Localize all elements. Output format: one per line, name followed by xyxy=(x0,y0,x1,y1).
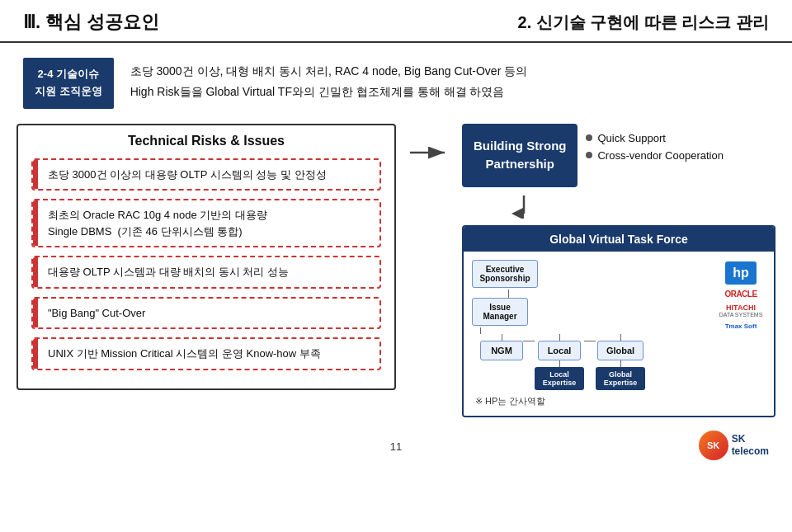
header-left-title: Ⅲ. 핵심 성공요인 xyxy=(23,10,159,35)
risk-item-2: 최초의 Oracle RAC 10g 4 node 기반의 대용량Single … xyxy=(31,199,381,247)
risk-item-5-text: UNIX 기반 Mission Critical 시스템의 운영 Know-ho… xyxy=(48,346,371,362)
risk-item-1: 초당 3000건 이상의 대용량 OLTP 시스템의 성능 및 안정성 xyxy=(31,158,381,191)
hp-logo: hp xyxy=(725,261,757,285)
tech-risks-box: Technical Risks & Issues 초당 3000건 이상의 대용… xyxy=(16,124,396,390)
cross-vendor-label: Cross-vendor Cooperation xyxy=(597,149,723,162)
header: Ⅲ. 핵심 성공요인 2. 신기술 구현에 따른 리스크 관리 xyxy=(0,0,792,43)
org-chart: ExecutiveSponsorship IssueManager xyxy=(472,260,711,407)
quick-support-item-2: Cross-vendor Cooperation xyxy=(586,149,723,162)
gvtf-box: Global Virtual Task Force ExecutiveSpons… xyxy=(462,225,776,417)
tech-risks-title: Technical Risks & Issues xyxy=(31,134,381,148)
local-box: Local xyxy=(538,341,581,360)
global-col: Global GlobalExpertise xyxy=(596,334,645,390)
quick-support-item-1: Quick Support xyxy=(586,132,723,144)
global-expertise-box: GlobalExpertise xyxy=(596,367,645,390)
arrow-right-area xyxy=(404,124,454,417)
quick-support-box: Quick Support Cross-vendor Cooperation xyxy=(586,124,723,162)
sk-circle: SK xyxy=(699,431,728,460)
risk-item-4: "Big Bang" Cut-Over xyxy=(31,297,381,330)
global-box: Global xyxy=(597,341,644,360)
ngm-local-global-row: NGM Local LocalExpertise xyxy=(480,334,711,390)
header-right-title: 2. 신기술 구현에 따른 리스크 관리 xyxy=(518,12,769,34)
local-expertise-box: LocalExpertise xyxy=(535,367,584,390)
logos-area: hp ORACLE HITACHI DATA SYSTEMS Tmax Soft xyxy=(716,260,766,330)
bullet-icon-2 xyxy=(586,152,592,158)
risk-item-1-text: 초당 3000건 이상의 대용량 OLTP 시스템의 성능 및 안정성 xyxy=(48,167,371,183)
arrow-down-area xyxy=(462,194,776,219)
footnote: ※ HP는 간사역할 xyxy=(472,395,711,407)
connector-v1 xyxy=(508,290,509,298)
oracle-logo: ORACLE xyxy=(724,290,757,299)
risk-item-2-text: 최초의 Oracle RAC 10g 4 node 기반의 대용량Single … xyxy=(48,207,371,239)
left-panel: Technical Risks & Issues 초당 3000건 이상의 대용… xyxy=(16,124,396,417)
connector-v2 xyxy=(480,327,481,334)
intro-text: 초당 3000건 이상, 대형 배치 동시 처리, RAC 4 node, Bi… xyxy=(130,58,528,102)
risk-item-3: 대용량 OLTP 시스템과 대량 배치의 동시 처리 성능 xyxy=(31,256,381,289)
intro-section: 2-4 기술이슈 지원 조직운영 초당 3000건 이상, 대형 배치 동시 처… xyxy=(0,43,792,117)
bullet-icon-1 xyxy=(586,134,592,141)
ngm-col: NGM xyxy=(480,334,523,360)
issue-manager-box: IssueManager xyxy=(472,298,528,326)
tmax-logo: Tmax Soft xyxy=(725,322,757,330)
ngm-box: NGM xyxy=(480,341,523,360)
risk-item-4-text: "Big Bang" Cut-Over xyxy=(48,305,371,322)
gvtf-body: ExecutiveSponsorship IssueManager xyxy=(464,252,774,416)
top-right: Building Strong Partnership Quick Suppor… xyxy=(462,124,776,187)
page-number: 11 xyxy=(271,434,520,456)
quick-support-label: Quick Support xyxy=(597,132,665,144)
connector-area: NGM Local LocalExpertise xyxy=(480,327,711,390)
arrow-down-icon xyxy=(512,194,536,219)
exec-sponsorship-box: ExecutiveSponsorship xyxy=(472,260,538,288)
local-col: Local LocalExpertise xyxy=(535,334,584,390)
risk-item-5: UNIX 기반 Mission Critical 시스템의 운영 Know-ho… xyxy=(31,337,381,370)
arrow-right-icon xyxy=(408,140,450,165)
right-panel: Building Strong Partnership Quick Suppor… xyxy=(462,124,776,417)
intro-label: 2-4 기술이슈 지원 조직운영 xyxy=(23,58,114,109)
hitachi-logo: HITACHI DATA SYSTEMS xyxy=(719,304,763,318)
main-content: Technical Risks & Issues 초당 3000건 이상의 대용… xyxy=(0,117,792,426)
bsp-box: Building Strong Partnership xyxy=(462,124,578,187)
sk-text: SK telecom xyxy=(732,433,769,457)
risk-item-3-text: 대용량 OLTP 시스템과 대량 배치의 동시 처리 성능 xyxy=(48,264,371,280)
gvtf-title: Global Virtual Task Force xyxy=(464,227,774,252)
sk-logo: SK SK telecom xyxy=(699,431,769,460)
